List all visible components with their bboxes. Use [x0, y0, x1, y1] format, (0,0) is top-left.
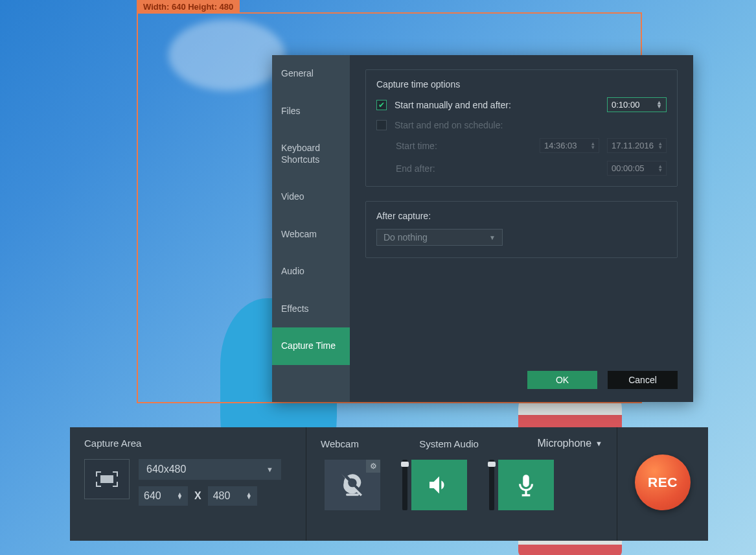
tab-audio[interactable]: Audio	[272, 253, 350, 290]
system-audio-toggle[interactable]	[411, 460, 467, 510]
select-after-capture[interactable]: Do nothing ▼	[376, 229, 503, 246]
speaker-icon	[426, 472, 452, 498]
spinner-arrows-icon: ▴▾	[659, 142, 662, 149]
spinner-arrows-icon: ▴▾	[591, 142, 595, 149]
select-area-icon	[96, 471, 118, 487]
webcam-toggle[interactable]: ⚙	[325, 460, 380, 510]
input-start-time: 14:36:03 ▴▾	[540, 138, 599, 153]
spinner-arrows-icon[interactable]: ▲▼	[656, 101, 662, 108]
capture-area-title: Capture Area	[84, 438, 292, 449]
webcam-settings-button[interactable]: ⚙	[366, 460, 380, 473]
input-schedule-end-after: 00:00:05 ▴▾	[607, 161, 667, 176]
microphone-icon	[514, 472, 538, 498]
record-section: REC	[617, 427, 708, 541]
spinner-arrows-icon[interactable]: ▲▼	[246, 493, 252, 500]
chevron-down-icon: ▼	[266, 466, 273, 473]
microphone-volume-slider[interactable]	[489, 460, 494, 510]
input-start-date: 17.11.2016 ▴▾	[607, 138, 667, 153]
capture-time-options-title: Capture time options	[376, 79, 667, 89]
tab-webcam[interactable]: Webcam	[272, 216, 350, 254]
value-schedule-end-after: 00:00:05	[612, 163, 645, 173]
value-end-after-duration: 0:10:00	[612, 100, 639, 110]
width-input[interactable]: 640 ▲▼	[139, 486, 188, 506]
capture-time-options-box: Capture time options Start manually and …	[365, 69, 678, 187]
spinner-arrows-icon: ▴▾	[659, 165, 662, 172]
tab-effects[interactable]: Effects	[272, 290, 350, 328]
capture-dimensions-label: Width: 640 Height: 480	[137, 0, 240, 14]
tab-general[interactable]: General	[272, 55, 350, 93]
system-audio-label: System Audio	[419, 438, 523, 449]
settings-dialog: General Files Keyboard Shortcuts Video W…	[272, 55, 693, 402]
record-button[interactable]: REC	[635, 455, 691, 510]
resolution-preset-value: 640x480	[146, 464, 186, 475]
height-value: 480	[213, 490, 231, 502]
volume-knob[interactable]	[488, 462, 496, 467]
input-end-after-duration[interactable]: 0:10:00 ▲▼	[607, 97, 667, 112]
tab-files[interactable]: Files	[272, 93, 350, 130]
value-start-time: 14:36:03	[544, 141, 577, 150]
tab-video[interactable]: Video	[272, 178, 350, 216]
system-audio-volume-slider[interactable]	[402, 460, 407, 510]
label-schedule: Start and end on schedule:	[395, 120, 667, 130]
chevron-down-icon: ▼	[489, 234, 496, 241]
ok-button[interactable]: OK	[527, 371, 597, 389]
tab-capture-time[interactable]: Capture Time	[272, 327, 350, 365]
label-end-after: End after:	[396, 163, 448, 174]
microphone-label: Microphone	[538, 438, 592, 449]
select-area-button[interactable]	[84, 459, 130, 499]
dimension-separator: X	[194, 490, 201, 502]
height-input[interactable]: 480 ▲▼	[208, 486, 257, 506]
cancel-button[interactable]: Cancel	[608, 371, 678, 389]
svg-rect-0	[346, 493, 359, 495]
checkbox-schedule[interactable]	[376, 120, 387, 130]
webcam-off-icon	[339, 472, 365, 498]
value-start-date: 17.11.2016	[612, 141, 654, 150]
tab-keyboard-shortcuts[interactable]: Keyboard Shortcuts	[272, 130, 350, 178]
spinner-arrows-icon[interactable]: ▲▼	[177, 493, 183, 500]
after-capture-box: After capture: Do nothing ▼	[365, 201, 678, 258]
microphone-dropdown[interactable]: Microphone ▼	[538, 438, 603, 449]
width-value: 640	[144, 490, 161, 502]
label-start-time: Start time:	[396, 141, 448, 151]
chevron-down-icon: ▼	[595, 440, 602, 447]
capture-toolbar: Capture Area 640x480 ▼ 640 ▲▼	[70, 427, 708, 541]
volume-knob[interactable]	[401, 462, 409, 467]
settings-tabs: General Files Keyboard Shortcuts Video W…	[272, 55, 350, 402]
media-section: Webcam System Audio Microphone ▼ ⚙	[306, 427, 617, 541]
capture-area-section: Capture Area 640x480 ▼ 640 ▲▼	[70, 427, 306, 541]
after-capture-title: After capture:	[376, 211, 667, 221]
resolution-preset-select[interactable]: 640x480 ▼	[139, 459, 281, 480]
checkbox-start-manually[interactable]	[376, 100, 387, 110]
microphone-toggle[interactable]	[498, 460, 554, 510]
settings-panel: Capture time options Start manually and …	[350, 55, 693, 402]
label-start-manually: Start manually and end after:	[395, 100, 599, 110]
webcam-label: Webcam	[321, 438, 405, 449]
select-after-capture-value: Do nothing	[384, 232, 428, 242]
gear-icon: ⚙	[370, 462, 377, 471]
